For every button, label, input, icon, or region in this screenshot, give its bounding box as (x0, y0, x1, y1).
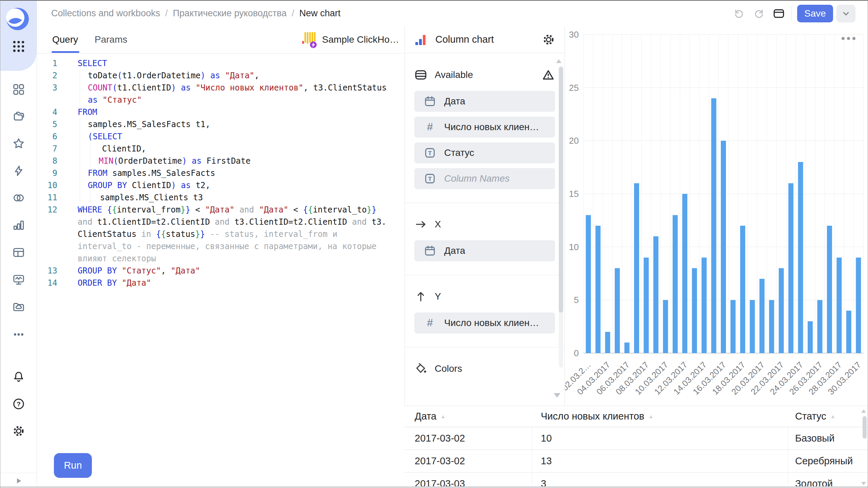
fields-scrollbar-thumb[interactable] (559, 67, 563, 312)
monitoring-icon[interactable] (12, 273, 25, 286)
top-bar: Collections and workbooks / Практические… (37, 1, 868, 26)
redo-icon[interactable] (753, 7, 766, 20)
line-number: 7 (37, 143, 57, 155)
chevron-down-icon (840, 8, 852, 19)
line-number: 5 (37, 118, 57, 130)
available-fields-list: Дата#Число новых клиен…TСтатусTColumn Na… (414, 91, 555, 189)
more-icon[interactable] (12, 328, 25, 341)
code-line: interval_to - переменные, связанные с па… (37, 240, 403, 252)
save-button[interactable]: Save (797, 5, 833, 22)
collections-icon[interactable] (12, 110, 25, 123)
field-chip[interactable]: #Число новых клиен… (414, 117, 555, 138)
svg-text:T: T (428, 150, 432, 157)
table-cell: 2017-03-03 (415, 473, 465, 488)
svg-text:10: 10 (569, 242, 579, 252)
indent-guide (90, 155, 91, 167)
calendar-icon (424, 95, 436, 107)
save-menu-button[interactable] (836, 5, 855, 22)
section-colors: Colors (405, 347, 565, 389)
field-chip-label: Число новых клиен… (444, 318, 539, 328)
connections-icon[interactable] (12, 164, 25, 177)
run-button[interactable]: Run (54, 453, 92, 478)
field-chip[interactable]: TColumn Names (414, 168, 555, 189)
cloud-folder-icon[interactable] (12, 300, 25, 313)
active-tab-underline (52, 51, 79, 53)
hash-icon: # (424, 317, 436, 329)
collapse-icon (14, 476, 24, 486)
table-cell: Серебряный (795, 450, 853, 472)
notifications-icon[interactable] (12, 370, 25, 383)
preview-table: Дата▲ Число новых клиентов▲ Статус▲ 2017… (405, 406, 868, 488)
line-number: 10 (37, 179, 57, 191)
panel-layout-icon[interactable] (772, 7, 785, 20)
settings-icon[interactable] (12, 425, 25, 438)
svg-text:#: # (427, 317, 433, 329)
section-colors-label: Colors (435, 363, 462, 374)
field-chip[interactable]: #Число новых клиен… (414, 312, 555, 333)
line-number: 2 (37, 69, 57, 82)
table-body: 2017-03-0210Базовый2017-03-0213Серебряны… (405, 427, 868, 488)
datalens-logo-icon[interactable] (6, 7, 29, 30)
scroll-up-arrow-icon[interactable] (556, 59, 561, 63)
indent-guide (80, 143, 80, 155)
warning-icon[interactable] (541, 68, 555, 81)
favorites-icon[interactable] (12, 137, 25, 150)
scroll-down-arrow-icon[interactable] (554, 393, 560, 398)
undo-icon[interactable] (732, 7, 745, 20)
table-cell: 3 (541, 473, 546, 488)
charts-icon[interactable] (12, 219, 25, 231)
svg-text:30: 30 (569, 29, 579, 40)
chart-menu-icon[interactable] (840, 35, 857, 42)
table-row: 2017-03-0210Базовый (405, 427, 868, 450)
field-chip[interactable]: Дата (414, 91, 555, 112)
line-number: 13 (37, 265, 57, 277)
table-cell: Базовый (795, 427, 834, 449)
table-header-new-clients[interactable]: Число новых клиентов▲ (541, 406, 653, 427)
breadcrumb-collections[interactable]: Collections and workbooks (51, 8, 160, 19)
table-cell: 2017-03-02 (415, 427, 465, 449)
line-number: 9 (37, 167, 57, 179)
datalens-app: ? Collections and workbooks / Практическ… (0, 0, 868, 488)
tab-params[interactable]: Params (95, 26, 127, 53)
table-scrollbar-thumb[interactable] (863, 416, 867, 439)
line-number (37, 240, 57, 252)
breadcrumb-workbook[interactable]: Практические руководства (173, 8, 287, 19)
column-divider (532, 427, 532, 488)
arrow-right-icon (414, 218, 427, 231)
dashboards-icon[interactable] (12, 83, 25, 96)
svg-text:0: 0 (574, 348, 579, 358)
table-header-date[interactable]: Дата▲ (415, 406, 446, 427)
section-available: Available Дата#Число новых клиен…TСтатус… (405, 54, 565, 203)
table-header: Дата▲ Число новых клиентов▲ Статус▲ (405, 406, 868, 427)
dataset-chip[interactable]: Sample ClickHo… (302, 26, 399, 53)
indent-guide (80, 179, 80, 191)
table-scroll-up-icon[interactable] (861, 409, 866, 413)
apps-grid-icon[interactable] (12, 40, 25, 53)
breadcrumb-separator: / (165, 8, 168, 19)
actions-divider (791, 6, 792, 21)
arrow-up-icon (414, 290, 427, 303)
indent-guide (80, 191, 80, 204)
dataset-chip-label: Sample ClickHo… (322, 34, 399, 45)
tab-query[interactable]: Query (52, 26, 78, 53)
clickhouse-icon (302, 31, 317, 48)
sidebar-collapse-button[interactable] (0, 473, 37, 488)
chart-settings-gear-icon[interactable] (542, 33, 555, 46)
line-number: 6 (37, 130, 57, 143)
indent-guide (80, 94, 80, 106)
datasets-icon[interactable] (12, 191, 25, 204)
tables-icon[interactable] (12, 246, 25, 259)
field-chip[interactable]: Дата (414, 240, 555, 261)
column-chart-type-icon[interactable] (414, 33, 428, 46)
field-chip[interactable]: TСтатус (414, 142, 555, 163)
query-tabs: Query Params Sample ClickHo… (37, 26, 405, 54)
indent-guide (80, 155, 80, 167)
column-chart: 05101520253002.03.2…04.03.201706.03.2017… (565, 26, 868, 406)
help-icon[interactable]: ? (12, 398, 25, 410)
sql-editor[interactable]: 1SELECT2toDate(t1.OrderDatetime) as "Дат… (37, 57, 403, 289)
table-scroll-down-icon[interactable] (861, 482, 866, 485)
table-header-status[interactable]: Статус▲ (795, 406, 835, 427)
code-line: 2toDate(t1.OrderDatetime) as "Дата", (37, 69, 403, 82)
text-icon: T (424, 147, 436, 159)
code-line: 1SELECT (37, 57, 403, 69)
